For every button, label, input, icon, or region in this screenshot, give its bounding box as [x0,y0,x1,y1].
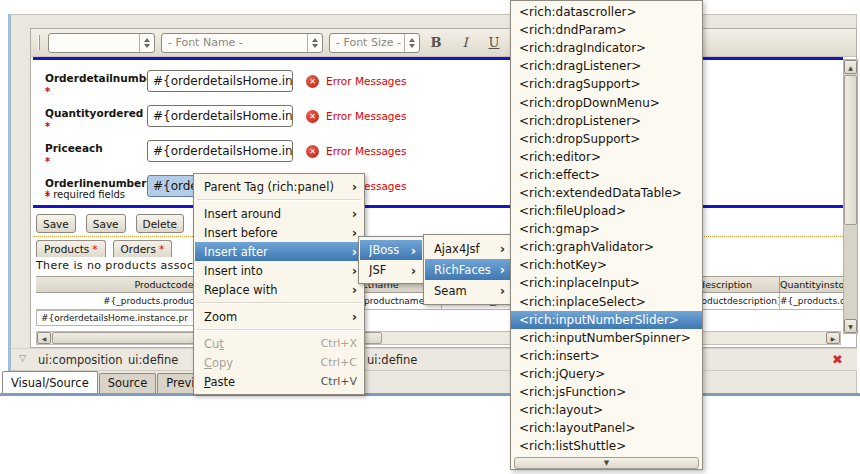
tag-list-item[interactable]: <rich:dndParam> [511,21,702,39]
tag-list-item[interactable]: <rich:layoutPanel> [511,419,702,437]
field-label: Quantityordered* [45,105,147,132]
tag-list-item[interactable]: <rich:datascroller> [511,3,702,21]
tag-list-item[interactable]: <rich:inplaceSelect> [511,293,702,311]
scroll-right-icon[interactable]: ▶ [826,332,840,344]
submenu-arrow-icon: › [352,283,357,296]
tag-list-item[interactable]: <rich:insert> [511,347,702,365]
menu-item[interactable]: Zoom › [195,307,363,326]
error-message: Error Messages [326,110,406,122]
breadcrumb-item[interactable]: ui:define [128,353,178,367]
tag-list-item[interactable]: <rich:inplaceInput> [511,274,702,292]
tag-list-item[interactable]: <rich:dragSupport> [511,75,702,93]
form-field-row: Orderlinenumber* #{orderdetailsHome.inst… [45,175,843,199]
tag-list-item[interactable]: <rich:dropDownMenu> [511,93,702,111]
insert-after-submenu: JBoss › JSF › [358,236,424,284]
action-button[interactable]: Save [36,214,76,233]
font-size-combobox[interactable]: - Font Size - [329,33,420,53]
tag-list-item[interactable]: <rich:jsFunction> [511,383,702,401]
combo-stepper-icon[interactable] [139,34,154,52]
submenu-arrow-icon: › [500,284,505,297]
tag-list-item[interactable]: <rich:dropSupport> [511,130,702,148]
tag-list-item[interactable]: <rich:inputNumberSlider> [511,311,702,329]
tag-list-item[interactable]: <rich:inputNumberSpinner> [511,329,702,347]
menu-group: Parent Tag (rich:panel) › [195,177,363,196]
tag-list-item[interactable]: <rich:dragIndicator> [511,39,702,57]
tag-list-item[interactable]: <rich:listShuttle> [511,437,702,455]
menu-item[interactable]: Copy Ctrl+C [195,353,363,372]
close-icon[interactable]: ✖ [832,352,843,367]
tag-list-item[interactable]: <rich:dragListener> [511,57,702,75]
menu-separator [197,302,361,304]
menu-item[interactable]: JSF › [360,260,422,280]
action-button[interactable]: Delete [136,214,185,233]
font-name-combobox[interactable]: - Font Name - [161,33,323,53]
relation-tab[interactable]: Orders* [113,240,173,257]
jboss-submenu: Ajax4Jsf › RichFaces › Seam › [423,234,513,305]
combo-stepper-icon[interactable] [307,34,322,52]
submenu-arrow-icon: › [352,310,357,323]
submenu-arrow-icon: › [411,244,416,257]
tag-list-item[interactable]: <rich:layout> [511,401,702,419]
menu-item[interactable]: Ajax4Jsf › [425,238,511,259]
form-field-row: Orderdetailnumber* #{orderdetailsHome.in… [45,70,843,94]
tag-list-item[interactable]: <rich:dropListener> [511,112,702,130]
italic-button[interactable]: I [452,33,478,53]
error-icon: ✕ [306,110,319,123]
column-header[interactable]: Quantityinstock [779,276,843,293]
breadcrumb-item[interactable]: ui:define [367,353,417,367]
menu-item[interactable]: Insert into › [195,261,363,280]
tag-list-item[interactable]: <rich:extendedDataTable> [511,184,702,202]
error-icon: ✕ [306,145,319,158]
underline-button[interactable]: U [481,33,507,53]
toolbar-drag-handle[interactable] [38,35,40,50]
tag-list-item[interactable]: <rich:jQuery> [511,365,702,383]
menu-shortcut: Ctrl+V [321,375,357,388]
tag-list-item[interactable]: <rich:gmap> [511,220,702,238]
editor-view-tab[interactable]: Source [99,373,157,393]
table-cell: #{_products.quantityinstock} [779,293,843,310]
tag-list-item[interactable]: <rich:fileUpload> [511,202,702,220]
vertical-scrollbar[interactable]: ▲ ▼ [843,59,858,334]
menu-item[interactable]: Cut Ctrl+X [195,334,363,353]
scroll-down-icon[interactable]: ▼ [514,457,699,469]
error-message: Error Messages [326,75,406,87]
required-fields-note: * required fields [45,189,125,200]
scroll-up-icon[interactable]: ▲ [844,60,857,74]
required-asterisk: * [45,121,147,132]
menu-item[interactable]: Replace with › [195,280,363,299]
form-input[interactable]: #{orderdetailsHome.instan [147,70,293,92]
tag-list-item[interactable]: <rich:hotKey> [511,256,702,274]
editor-view-tab[interactable]: Visual/Source [2,371,98,393]
action-button[interactable]: Save [86,214,126,233]
tag-list-item[interactable]: <rich:effect> [511,166,702,184]
menu-item[interactable]: JBoss › [360,240,422,260]
field-error: ✕ Error Messages [306,140,406,162]
tag-list-item[interactable]: <rich:editor> [511,148,702,166]
tag-list-item[interactable]: <rich:graphValidator> [511,238,702,256]
form-input[interactable]: #{orderdetailsHome.instan [147,105,293,127]
scroll-left-icon[interactable]: ◀ [37,332,51,344]
breadcrumb-item[interactable]: ui:composition [38,353,122,367]
form-input[interactable]: #{orderdetailsHome.instan [147,140,293,162]
scrollbar-thumb[interactable] [844,75,857,225]
menu-item[interactable]: Insert after › [195,242,363,261]
form-field-row: Quantityordered* #{orderdetailsHome.inst… [45,105,843,129]
scroll-down-icon[interactable]: ▼ [844,319,857,333]
bold-button[interactable]: B [423,33,449,53]
menu-item[interactable]: Seam › [425,280,511,301]
combo-stepper-icon[interactable] [404,34,419,52]
style-combobox[interactable] [48,33,155,53]
collapse-icon[interactable]: ▽ [19,353,26,363]
window-left-edge [8,14,11,395]
field-label: Orderdetailnumber* [45,70,147,97]
menu-item[interactable]: Paste Ctrl+V [195,372,363,391]
menu-item[interactable]: Insert around › [195,204,363,223]
menu-item[interactable]: RichFaces › [425,259,511,280]
relation-tab[interactable]: Products* [36,240,106,257]
relation-tabs: Products* Orders* [36,240,172,257]
horizontal-scrollbar[interactable]: ◀ ▶ [36,331,841,345]
field-label: Priceeach* [45,140,147,167]
menu-item[interactable]: Parent Tag (rich:panel) › [195,177,363,196]
menu-item[interactable]: Insert before › [195,223,363,242]
richfaces-tag-submenu: <rich:datascroller> <rich:dndParam> <ric… [510,0,703,470]
